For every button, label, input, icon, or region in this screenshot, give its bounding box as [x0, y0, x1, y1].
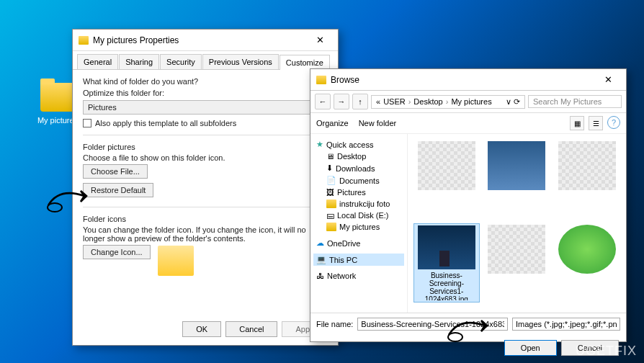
- tree-this-pc[interactable]: 💻This PC: [313, 254, 404, 266]
- tab-sharing[interactable]: Sharing: [119, 54, 159, 69]
- cancel-button[interactable]: Cancel: [225, 321, 277, 337]
- tab-general[interactable]: General: [77, 54, 118, 69]
- filter-dropdown[interactable]: [512, 318, 620, 331]
- ok-button[interactable]: OK: [182, 321, 221, 337]
- tree-quick-access[interactable]: ★Quick access: [313, 138, 404, 151]
- choose-file-button[interactable]: Choose File...: [83, 164, 148, 179]
- also-apply-checkbox[interactable]: [83, 119, 91, 127]
- file-thumb[interactable]: [484, 223, 550, 302]
- tree-desktop[interactable]: 🖥Desktop: [313, 151, 404, 162]
- folder-icons-label: Folder icons: [83, 215, 328, 223]
- folder-icons-text: You can change the folder icon. If you c…: [83, 225, 328, 243]
- folder-icon: [79, 36, 89, 45]
- file-thumb[interactable]: [484, 140, 550, 219]
- close-icon[interactable]: ✕: [596, 71, 620, 89]
- tree-network[interactable]: 🖧Network: [313, 270, 404, 282]
- nav-back-button[interactable]: ←: [315, 94, 331, 109]
- file-thumb[interactable]: [554, 140, 620, 219]
- choose-file-text: Choose a file to show on this folder ico…: [83, 153, 328, 162]
- file-thumb-label: Business-Screening-Services1-1024x683.jp…: [416, 272, 478, 300]
- help-icon[interactable]: ?: [607, 116, 620, 129]
- folder-pictures-label: Folder pictures: [83, 143, 328, 151]
- optimize-dropdown[interactable]: Pictures: [83, 100, 328, 115]
- browse-titlebar: Browse ✕: [310, 69, 626, 91]
- folder-icon: [40, 83, 75, 112]
- breadcrumb[interactable]: « USER› Desktop› My pictures ∨ ⟳: [371, 95, 525, 109]
- folder-preview-icon: [158, 246, 194, 276]
- properties-body: What kind of folder do you want? Optimiz…: [73, 70, 338, 283]
- nav-tree: ★Quick access 🖥Desktop ⬇Downloads 📄Docum…: [310, 134, 408, 313]
- open-button[interactable]: Open: [504, 340, 557, 356]
- view-icon[interactable]: ▦: [570, 116, 584, 130]
- tree-local-disk[interactable]: 🖴Local Disk (E:): [313, 210, 404, 221]
- watermark: UGETFIX: [576, 344, 637, 359]
- tree-pictures[interactable]: 🖼Pictures: [313, 187, 404, 198]
- optimize-label: Optimize this folder for:: [83, 89, 328, 97]
- search-input[interactable]: Search My Pictures: [528, 95, 622, 108]
- change-icon-button[interactable]: Change Icon...: [83, 245, 151, 259]
- file-thumb[interactable]: [554, 223, 620, 302]
- file-thumb[interactable]: [413, 140, 480, 219]
- tab-security[interactable]: Security: [160, 54, 202, 69]
- tab-customize[interactable]: Customize: [279, 55, 330, 70]
- properties-titlebar: My pictures Properties ✕: [73, 30, 338, 51]
- filename-input[interactable]: [357, 318, 508, 331]
- filename-label: File name:: [316, 320, 353, 328]
- file-thumb-selected[interactable]: Business-Screening-Services1-1024x683.jp…: [413, 223, 480, 302]
- view-list-icon[interactable]: ☰: [589, 116, 603, 130]
- tab-previous-versions[interactable]: Previous Versions: [202, 54, 279, 69]
- svg-point-0: [48, 203, 62, 212]
- folder-icon: [316, 76, 326, 84]
- restore-default-button[interactable]: Restore Default: [83, 183, 153, 197]
- nav-forward-button[interactable]: →: [334, 94, 349, 109]
- tree-documents[interactable]: 📄Documents: [313, 174, 404, 187]
- nav-up-button[interactable]: ↑: [352, 94, 368, 109]
- tree-onedrive[interactable]: ☁OneDrive: [313, 237, 404, 249]
- browse-title: Browse: [331, 75, 359, 85]
- browse-dialog: Browse ✕ ← → ↑ « USER› Desktop› My pictu…: [310, 68, 627, 342]
- tree-downloads[interactable]: ⬇Downloads: [313, 162, 404, 174]
- what-kind-label: What kind of folder do you want?: [83, 77, 328, 86]
- close-icon[interactable]: ✕: [308, 32, 332, 49]
- thumbnail-grid: Business-Screening-Services1-1024x683.jp…: [408, 134, 626, 313]
- properties-dialog: My pictures Properties ✕ General Sharing…: [72, 29, 339, 346]
- properties-tabs: General Sharing Security Previous Versio…: [73, 51, 338, 70]
- organize-menu[interactable]: Organize: [316, 119, 349, 127]
- properties-title: My pictures Properties: [93, 35, 179, 45]
- also-apply-label: Also apply this template to all subfolde…: [95, 119, 236, 127]
- tree-my-pictures[interactable]: My pictures: [313, 221, 404, 233]
- new-folder-button[interactable]: New folder: [359, 119, 397, 127]
- tree-instrukciju[interactable]: instrukciju foto: [313, 198, 404, 210]
